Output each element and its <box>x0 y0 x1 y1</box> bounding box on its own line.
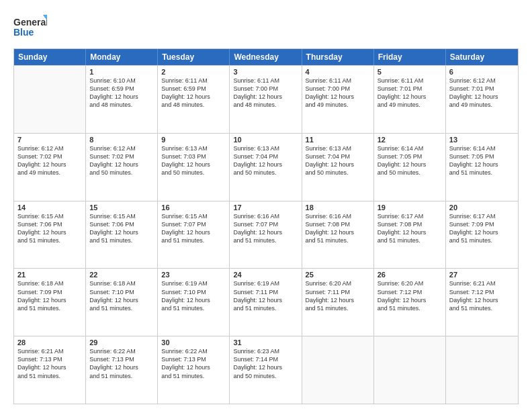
day-info: Sunrise: 6:16 AM Sunset: 7:08 PM Dayligh… <box>306 212 370 245</box>
day-cell-18: 18Sunrise: 6:16 AM Sunset: 7:08 PM Dayli… <box>302 201 374 269</box>
week-row-3: 21Sunrise: 6:18 AM Sunset: 7:09 PM Dayli… <box>14 268 518 336</box>
day-info: Sunrise: 6:15 AM Sunset: 7:06 PM Dayligh… <box>89 212 154 245</box>
day-cell-2: 2Sunrise: 6:11 AM Sunset: 6:59 PM Daylig… <box>158 66 230 133</box>
day-number: 9 <box>161 136 226 144</box>
day-number: 21 <box>17 271 82 279</box>
day-info: Sunrise: 6:18 AM Sunset: 7:09 PM Dayligh… <box>17 279 82 312</box>
day-cell-1: 1Sunrise: 6:10 AM Sunset: 6:59 PM Daylig… <box>86 66 158 133</box>
day-cell-16: 16Sunrise: 6:15 AM Sunset: 7:07 PM Dayli… <box>158 201 230 269</box>
day-cell-3: 3Sunrise: 6:11 AM Sunset: 7:00 PM Daylig… <box>230 66 302 133</box>
day-cell-13: 13Sunrise: 6:14 AM Sunset: 7:05 PM Dayli… <box>446 134 518 201</box>
day-info: Sunrise: 6:11 AM Sunset: 7:00 PM Dayligh… <box>306 77 370 109</box>
day-info: Sunrise: 6:11 AM Sunset: 6:59 PM Dayligh… <box>161 77 226 109</box>
day-number: 19 <box>378 203 442 212</box>
header-day-saturday: Saturday <box>446 49 518 65</box>
day-number: 30 <box>161 338 226 347</box>
day-number: 31 <box>233 338 298 347</box>
svg-text:Blue: Blue <box>13 27 34 38</box>
day-number: 13 <box>449 136 515 144</box>
day-cell-25: 25Sunrise: 6:20 AM Sunset: 7:11 PM Dayli… <box>302 269 374 336</box>
svg-text:General: General <box>13 17 47 28</box>
day-number: 26 <box>378 271 442 279</box>
day-number: 29 <box>89 338 154 347</box>
day-number: 10 <box>233 136 298 144</box>
logo: General Blue <box>13 13 47 43</box>
day-cell-10: 10Sunrise: 6:13 AM Sunset: 7:04 PM Dayli… <box>230 134 302 201</box>
day-number: 16 <box>161 203 226 212</box>
calendar-header: SundayMondayTuesdayWednesdayThursdayFrid… <box>14 49 518 65</box>
day-cell-6: 6Sunrise: 6:12 AM Sunset: 7:01 PM Daylig… <box>446 66 518 133</box>
header-day-monday: Monday <box>86 49 158 65</box>
day-cell-empty <box>374 336 446 404</box>
day-cell-empty <box>302 336 374 404</box>
day-number: 5 <box>378 68 442 76</box>
day-cell-26: 26Sunrise: 6:20 AM Sunset: 7:12 PM Dayli… <box>374 269 446 336</box>
day-info: Sunrise: 6:14 AM Sunset: 7:05 PM Dayligh… <box>449 144 515 177</box>
day-number: 28 <box>17 338 82 347</box>
logo-svg: General Blue <box>13 13 47 43</box>
day-number: 25 <box>306 271 370 279</box>
week-row-1: 7Sunrise: 6:12 AM Sunset: 7:02 PM Daylig… <box>14 133 518 201</box>
day-cell-12: 12Sunrise: 6:14 AM Sunset: 7:05 PM Dayli… <box>374 134 446 201</box>
day-cell-empty <box>14 66 86 133</box>
day-info: Sunrise: 6:10 AM Sunset: 6:59 PM Dayligh… <box>89 77 154 109</box>
day-info: Sunrise: 6:14 AM Sunset: 7:05 PM Dayligh… <box>378 144 442 177</box>
day-info: Sunrise: 6:23 AM Sunset: 7:14 PM Dayligh… <box>233 347 298 380</box>
day-info: Sunrise: 6:11 AM Sunset: 7:00 PM Dayligh… <box>233 77 298 109</box>
day-info: Sunrise: 6:15 AM Sunset: 7:07 PM Dayligh… <box>161 212 226 245</box>
day-cell-24: 24Sunrise: 6:19 AM Sunset: 7:11 PM Dayli… <box>230 269 302 336</box>
day-cell-17: 17Sunrise: 6:16 AM Sunset: 7:07 PM Dayli… <box>230 201 302 269</box>
day-cell-9: 9Sunrise: 6:13 AM Sunset: 7:03 PM Daylig… <box>158 134 230 201</box>
day-number: 3 <box>233 68 298 76</box>
day-info: Sunrise: 6:12 AM Sunset: 7:02 PM Dayligh… <box>89 144 154 177</box>
day-cell-23: 23Sunrise: 6:19 AM Sunset: 7:10 PM Dayli… <box>158 269 230 336</box>
day-number: 24 <box>233 271 298 279</box>
day-cell-empty <box>446 336 518 404</box>
day-info: Sunrise: 6:21 AM Sunset: 7:12 PM Dayligh… <box>449 279 515 312</box>
day-number: 22 <box>89 271 154 279</box>
day-cell-4: 4Sunrise: 6:11 AM Sunset: 7:00 PM Daylig… <box>302 66 374 133</box>
day-info: Sunrise: 6:15 AM Sunset: 7:06 PM Dayligh… <box>17 212 82 245</box>
day-number: 15 <box>89 203 154 212</box>
calendar-body: 1Sunrise: 6:10 AM Sunset: 6:59 PM Daylig… <box>14 65 518 404</box>
day-number: 18 <box>306 203 370 212</box>
day-info: Sunrise: 6:18 AM Sunset: 7:10 PM Dayligh… <box>89 279 154 312</box>
day-info: Sunrise: 6:13 AM Sunset: 7:03 PM Dayligh… <box>161 144 226 177</box>
day-number: 17 <box>233 203 298 212</box>
day-number: 1 <box>89 68 154 76</box>
day-number: 27 <box>449 271 515 279</box>
day-info: Sunrise: 6:19 AM Sunset: 7:10 PM Dayligh… <box>161 279 226 312</box>
day-cell-31: 31Sunrise: 6:23 AM Sunset: 7:14 PM Dayli… <box>230 336 302 404</box>
day-cell-14: 14Sunrise: 6:15 AM Sunset: 7:06 PM Dayli… <box>14 201 86 269</box>
day-info: Sunrise: 6:13 AM Sunset: 7:04 PM Dayligh… <box>306 144 370 177</box>
day-info: Sunrise: 6:17 AM Sunset: 7:09 PM Dayligh… <box>449 212 515 245</box>
week-row-2: 14Sunrise: 6:15 AM Sunset: 7:06 PM Dayli… <box>14 201 518 269</box>
day-info: Sunrise: 6:21 AM Sunset: 7:13 PM Dayligh… <box>17 347 82 380</box>
day-number: 4 <box>306 68 370 76</box>
header-day-thursday: Thursday <box>302 49 374 65</box>
day-info: Sunrise: 6:11 AM Sunset: 7:01 PM Dayligh… <box>378 77 442 109</box>
day-cell-11: 11Sunrise: 6:13 AM Sunset: 7:04 PM Dayli… <box>302 134 374 201</box>
day-number: 8 <box>89 136 154 144</box>
day-info: Sunrise: 6:20 AM Sunset: 7:11 PM Dayligh… <box>306 279 370 312</box>
day-info: Sunrise: 6:22 AM Sunset: 7:13 PM Dayligh… <box>89 347 154 380</box>
day-cell-19: 19Sunrise: 6:17 AM Sunset: 7:08 PM Dayli… <box>374 201 446 269</box>
header-day-sunday: Sunday <box>14 49 86 65</box>
day-info: Sunrise: 6:13 AM Sunset: 7:04 PM Dayligh… <box>233 144 298 177</box>
header-day-friday: Friday <box>374 49 446 65</box>
day-cell-20: 20Sunrise: 6:17 AM Sunset: 7:09 PM Dayli… <box>446 201 518 269</box>
day-info: Sunrise: 6:16 AM Sunset: 7:07 PM Dayligh… <box>233 212 298 245</box>
day-number: 20 <box>449 203 515 212</box>
day-number: 11 <box>306 136 370 144</box>
day-info: Sunrise: 6:19 AM Sunset: 7:11 PM Dayligh… <box>233 279 298 312</box>
page-header: General Blue <box>13 11 519 43</box>
week-row-0: 1Sunrise: 6:10 AM Sunset: 6:59 PM Daylig… <box>14 65 518 133</box>
header-day-tuesday: Tuesday <box>158 49 230 65</box>
day-number: 7 <box>17 136 82 144</box>
day-cell-22: 22Sunrise: 6:18 AM Sunset: 7:10 PM Dayli… <box>86 269 158 336</box>
day-info: Sunrise: 6:17 AM Sunset: 7:08 PM Dayligh… <box>378 212 442 245</box>
day-number: 12 <box>378 136 442 144</box>
day-cell-7: 7Sunrise: 6:12 AM Sunset: 7:02 PM Daylig… <box>14 134 86 201</box>
header-day-wednesday: Wednesday <box>230 49 302 65</box>
day-number: 2 <box>161 68 226 76</box>
